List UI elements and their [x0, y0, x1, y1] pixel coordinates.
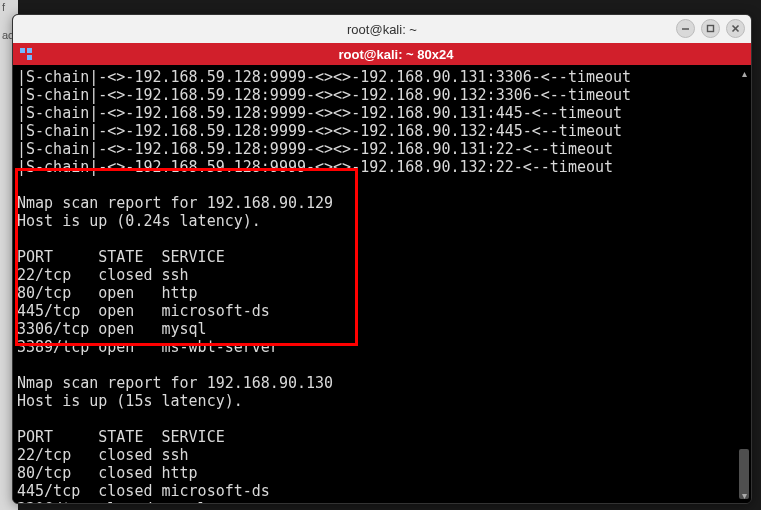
tab-grid-icon	[15, 44, 37, 64]
svg-rect-1	[708, 26, 714, 32]
close-button[interactable]	[726, 19, 745, 38]
svg-rect-4	[20, 48, 25, 53]
svg-rect-6	[20, 55, 25, 60]
titlebar[interactable]: root@kali: ~	[13, 15, 751, 43]
scroll-up-icon[interactable]: ▴	[739, 69, 749, 79]
scrollbar[interactable]: ▴ ▾	[739, 69, 749, 501]
tab-title: root@kali: ~ 80x24	[41, 48, 751, 61]
svg-rect-7	[27, 55, 32, 60]
terminal-window: root@kali: ~ root@kali: ~ 80x24 |S-chain…	[12, 14, 752, 504]
terminal-output[interactable]: |S-chain|-<>-192.168.59.128:9999-<><>-19…	[13, 65, 751, 503]
svg-rect-5	[27, 48, 32, 53]
tab-bar[interactable]: root@kali: ~ 80x24	[13, 43, 751, 65]
scroll-down-icon[interactable]: ▾	[739, 491, 749, 501]
minimize-button[interactable]	[676, 19, 695, 38]
window-title: root@kali: ~	[347, 22, 417, 37]
maximize-button[interactable]	[701, 19, 720, 38]
